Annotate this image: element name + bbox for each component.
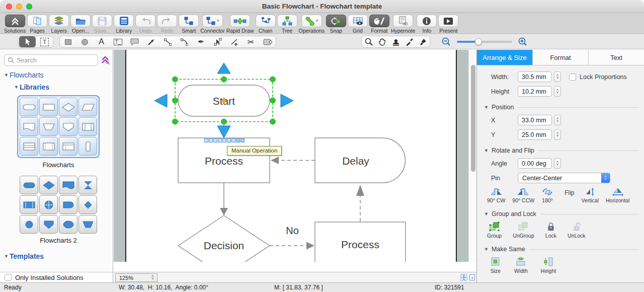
operations-button[interactable]: ˅ Operations xyxy=(299,15,325,34)
mini-shape-button[interactable] xyxy=(231,138,235,142)
group-section-header[interactable]: ▼ Group and Lock xyxy=(477,210,644,217)
sidebar-item-flowcharts[interactable]: ▼Flowcharts xyxy=(4,71,113,79)
shape2-document[interactable] xyxy=(59,176,77,194)
make-same-section-header[interactable]: ▼ Make Same xyxy=(477,246,644,253)
info-button[interactable]: Info xyxy=(417,15,437,34)
make-same-width-button[interactable]: Width xyxy=(514,257,528,274)
grid-button[interactable]: Grid xyxy=(348,15,368,34)
zoom-slider[interactable] xyxy=(457,41,512,43)
disclosure-triangle-icon[interactable]: ▼ xyxy=(4,254,9,259)
snap-button[interactable]: Snap xyxy=(326,15,346,34)
pointer-tool[interactable] xyxy=(19,36,36,47)
save-button[interactable]: Save... xyxy=(92,15,112,34)
shape2-offpage[interactable] xyxy=(39,215,58,234)
disclosure-triangle-icon[interactable]: ▼ xyxy=(14,85,19,90)
only-installed-checkbox[interactable] xyxy=(5,274,12,281)
zoom-in-icon[interactable] xyxy=(518,37,527,46)
mini-shape-button[interactable] xyxy=(240,138,245,142)
y-input[interactable]: 25.0 mm xyxy=(518,129,552,140)
lock-button[interactable]: Lock xyxy=(545,222,556,239)
shape2-predefined[interactable] xyxy=(20,195,38,214)
connector-button[interactable]: ˅ Connector xyxy=(200,15,224,34)
format-button[interactable]: Format xyxy=(369,15,389,34)
mini-shape-button[interactable] xyxy=(213,138,217,142)
maximize-window-button[interactable] xyxy=(26,4,32,10)
rapid-draw-button[interactable]: Rapid Draw xyxy=(226,15,254,34)
zoom-stepper[interactable]: ˄˅ xyxy=(151,275,157,280)
rapid-draw-arrow-right[interactable] xyxy=(281,94,293,107)
disclosure-triangle-icon[interactable]: ▼ xyxy=(484,148,489,153)
sidebar-item-templates[interactable]: ▼Templates xyxy=(4,252,113,260)
smart-connector-button[interactable]: Smart xyxy=(179,15,199,34)
unlock-button[interactable]: UnLock xyxy=(568,222,586,239)
angle-input[interactable]: 0.00 deg xyxy=(518,158,552,169)
flip-horizontal-button[interactable]: Horizontal xyxy=(606,187,629,203)
zoom-slider-thumb[interactable] xyxy=(475,38,482,45)
split-tool[interactable]: ✂ xyxy=(243,36,259,47)
shape-sidebars[interactable] xyxy=(39,137,58,156)
add-point-tool[interactable] xyxy=(226,36,243,47)
redo-button[interactable]: Redo xyxy=(157,15,177,34)
eyedropper-tool[interactable] xyxy=(403,36,416,47)
rapid-draw-arrow-up[interactable] xyxy=(217,63,230,74)
disclosure-triangle-icon[interactable]: ▼ xyxy=(484,247,489,252)
library-flowcharts-palette[interactable] xyxy=(17,95,100,158)
decision-shape[interactable] xyxy=(178,215,270,262)
arrow-tool[interactable] xyxy=(143,36,159,47)
close-window-button[interactable] xyxy=(6,4,12,10)
width-input[interactable]: 30.5 mm xyxy=(518,71,552,82)
shape2-circle[interactable] xyxy=(20,215,38,234)
text-tool[interactable]: A xyxy=(93,36,110,47)
tab-text[interactable]: Text xyxy=(589,50,644,65)
rotate-90cw-button[interactable]: 90° CW xyxy=(487,187,505,203)
tree-button[interactable]: Tree xyxy=(277,15,297,34)
shape2-trapezoid[interactable] xyxy=(78,215,97,234)
flip-vertical-button[interactable]: Vertical xyxy=(582,187,599,203)
shape2-decision[interactable] xyxy=(39,176,58,194)
y-stepper[interactable]: ˄˅ xyxy=(554,129,561,140)
hypernote-button[interactable]: Hypernote xyxy=(391,15,415,34)
sidebar-item-libraries[interactable]: ▼Libraries xyxy=(14,83,113,91)
shape-process[interactable] xyxy=(39,98,58,116)
disclosure-triangle-icon[interactable]: ▼ xyxy=(4,72,9,78)
mini-shape-button[interactable] xyxy=(236,138,240,142)
shape-internal-storage[interactable] xyxy=(20,137,38,156)
shape-predefined-process[interactable] xyxy=(78,117,97,136)
shape-decision[interactable] xyxy=(59,98,77,116)
undo-button[interactable]: Undo xyxy=(135,15,155,34)
brush-tool[interactable] xyxy=(416,36,430,47)
callout-tool[interactable] xyxy=(126,36,143,47)
rotate-180-button[interactable]: 180° xyxy=(541,187,553,203)
mini-shape-button[interactable] xyxy=(209,138,213,142)
shape2-terminator[interactable] xyxy=(20,176,38,194)
shape2-or[interactable] xyxy=(39,195,58,214)
library-flowcharts2-palette[interactable] xyxy=(20,176,97,234)
disclosure-triangle-icon[interactable]: ▼ xyxy=(484,211,489,216)
width-stepper[interactable]: ˄˅ xyxy=(554,71,561,82)
tab-arrange-size[interactable]: Arrange & Size xyxy=(477,50,533,65)
mini-shape-button[interactable] xyxy=(222,138,226,142)
shape2-small-diamond[interactable] xyxy=(78,195,97,214)
shape2-delay[interactable] xyxy=(59,195,77,214)
solutions-button[interactable]: Solutions xyxy=(4,15,26,34)
library-button[interactable]: Library xyxy=(114,15,134,34)
search-input[interactable] xyxy=(4,54,98,66)
rapid-draw-arrow-left[interactable] xyxy=(154,94,167,107)
shape-offpage[interactable] xyxy=(59,117,77,136)
node-edit-tool[interactable] xyxy=(209,36,226,47)
x-stepper[interactable]: ˄˅ xyxy=(554,115,561,125)
tab-format[interactable]: Format xyxy=(533,50,589,65)
group-button[interactable]: Group xyxy=(487,222,502,239)
height-stepper[interactable]: ˄˅ xyxy=(554,86,561,97)
text-select-tool[interactable]: T xyxy=(36,36,53,47)
shape-manual-operation[interactable] xyxy=(39,117,58,136)
layers-button[interactable]: Layers xyxy=(49,15,69,34)
make-same-size-button[interactable]: Size xyxy=(490,257,501,274)
rotate-section-header[interactable]: ▼ Rotate and Flip xyxy=(477,147,644,154)
rapid-draw-minibar[interactable] xyxy=(204,138,245,142)
minimize-window-button[interactable] xyxy=(16,4,22,10)
height-input[interactable]: 10.2 mm xyxy=(518,86,552,97)
chain-button[interactable]: Chain xyxy=(256,15,276,34)
zoom-tool[interactable] xyxy=(362,36,375,47)
position-section-header[interactable]: ▼ Position xyxy=(477,104,644,111)
